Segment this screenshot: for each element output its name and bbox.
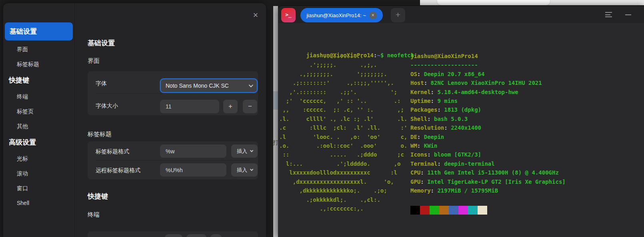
- terminal-tabbar: >_ jiashun@XiaoXinPro14: ~ × +: [278, 6, 644, 23]
- terminal-tab-active[interactable]: jiashun@XiaoXinPro14: ~ ×: [300, 8, 383, 22]
- row-divider: [96, 93, 250, 94]
- background-window-text: 打: [273, 139, 278, 147]
- chevron-down-icon: [249, 83, 253, 87]
- neofetch-info-row: CPU: 11th Gen Intel i5-11300H (8) @ 4.40…: [410, 168, 566, 177]
- sidebar-item-11[interactable]: Shell: [3, 196, 74, 211]
- remote-format-label: 远程标签标题格式: [96, 167, 140, 174]
- desktop: 打 × 基础设置界面标签标题快捷键终端标签页其他高级设置光标滚动窗口Shell …: [0, 0, 644, 237]
- sidebar-item-10[interactable]: 窗口: [3, 181, 74, 196]
- neofetch-info-row: Memory: 2197MiB / 15795MiB: [410, 186, 566, 195]
- palette-swatch-7: [478, 206, 487, 215]
- sidebar-item-5[interactable]: 标签页: [3, 104, 74, 119]
- terminal-window: >_ jiashun@XiaoXinPro14: ~ × + jiashun@X…: [278, 6, 644, 237]
- font-size-decrease-button[interactable]: −: [243, 100, 257, 113]
- terminal-tab-title: jiashun@XiaoXinPro14: ~: [306, 12, 366, 18]
- font-label: 字体: [96, 80, 107, 87]
- chevron-down-icon: [250, 167, 253, 171]
- neofetch-info-row: Terminal: deepin-terminal: [410, 159, 566, 168]
- neofetch-info-row: Packages: 1813 (dpkg): [410, 105, 566, 114]
- prompt-line-2: jiashun@XiaoXinPro14:~$: [279, 235, 388, 237]
- neofetch-info-row: Icons: bloom [GTK2/3]: [410, 150, 566, 159]
- settings-sidebar: 基础设置界面标签标题快捷键终端标签页其他高级设置光标滚动窗口Shell: [3, 22, 74, 211]
- neofetch-info-row: Host: 82NC Lenovo XiaoXinPro 14IHU 2021: [410, 78, 566, 87]
- neofetch-info: jiashun@XiaoXinPro14--------------------…: [410, 52, 566, 195]
- font-family-dropdown[interactable]: Noto Sans Mono CJK SC: [160, 78, 258, 93]
- neofetch-info-row: Resolution: 2240x1400: [410, 123, 566, 132]
- font-size-label: 字体大小: [96, 102, 118, 110]
- sidebar-item-9[interactable]: 滚动: [3, 166, 74, 181]
- sidebar-divider: [74, 3, 75, 237]
- key-chip-shift[interactable]: Shift: [186, 234, 206, 237]
- font-size-value: 11: [166, 103, 172, 110]
- palette-swatch-0: [410, 206, 420, 215]
- neofetch-info-row: DE: Deepin: [410, 133, 566, 141]
- sidebar-item-2[interactable]: 标签标题: [3, 57, 74, 72]
- subsection-tab-title: 标签标题: [88, 131, 112, 138]
- terminal-content[interactable]: jiashun@XiaoXinPro14:~$ neofetch .......…: [278, 23, 644, 237]
- palette-swatch-6: [468, 206, 478, 215]
- insert-button-label: 插入: [237, 167, 247, 174]
- tab-format-value: %w: [166, 148, 175, 155]
- neofetch-info-row: WM: KWin: [410, 141, 566, 150]
- neofetch-underline: --------------------: [410, 60, 566, 69]
- neofetch-info-row: Uptime: 9 mins: [410, 96, 566, 105]
- minimize-icon[interactable]: [625, 14, 631, 15]
- key-chip-ctrl[interactable]: Ctrl: [165, 234, 182, 237]
- remote-format-insert-button[interactable]: 插入: [231, 163, 258, 177]
- neofetch-info-row: GPU: Intel TigerLake-LP GT2 [Iris Xe Gra…: [410, 177, 566, 186]
- tab-close-icon[interactable]: ×: [369, 12, 377, 19]
- font-size-input[interactable]: 11: [160, 100, 219, 113]
- terminal-app-icon: >_: [281, 8, 296, 22]
- neofetch-color-palette: [410, 206, 487, 215]
- neofetch-info-row: Shell: bash 5.0.3: [410, 114, 566, 123]
- close-icon[interactable]: ×: [251, 10, 260, 20]
- palette-swatch-5: [458, 206, 468, 215]
- subsection-interface: 界面: [88, 57, 100, 65]
- font-family-value: Noto Sans Mono CJK SC: [166, 82, 249, 89]
- chevron-down-icon: [250, 149, 253, 152]
- neofetch-info-row: Kernel: 5.18.4-amd64-desktop-hwe: [410, 88, 566, 96]
- row-divider: [96, 160, 250, 161]
- font-size-increase-button[interactable]: +: [223, 100, 238, 113]
- background-search-box-edge: [437, 0, 550, 5]
- menu-icon[interactable]: [605, 12, 612, 17]
- remote-format-input[interactable]: %U%h: [160, 163, 226, 177]
- remote-format-value: %U%h: [166, 167, 183, 173]
- sidebar-item-8[interactable]: 光标: [3, 151, 74, 166]
- palette-swatch-1: [420, 206, 430, 215]
- insert-button-label: 插入: [237, 148, 247, 155]
- sidebar-item-3[interactable]: 快捷键: [3, 72, 74, 89]
- sidebar-item-4[interactable]: 终端: [3, 89, 74, 104]
- section-heading-shortcuts: 快捷键: [88, 192, 108, 201]
- sidebar-item-0[interactable]: 基础设置: [5, 22, 73, 40]
- palette-swatch-4: [449, 206, 458, 215]
- sidebar-item-6[interactable]: 其他: [3, 119, 74, 134]
- background-window-edge: [273, 6, 278, 237]
- neofetch-info-row: OS: Deepin 20.7 x86_64: [410, 70, 566, 78]
- background-window-edge-shade: [273, 91, 278, 110]
- neofetch-ascii-logo: ............ .';;;;;. .,;,. .,;;;;;;;. '…: [279, 52, 407, 213]
- palette-swatch-2: [430, 206, 439, 215]
- palette-swatch-3: [439, 206, 449, 215]
- sidebar-item-1[interactable]: 界面: [3, 42, 74, 57]
- tab-format-insert-button[interactable]: 插入: [231, 145, 258, 158]
- tab-format-label: 标签标题格式: [96, 148, 129, 155]
- subsection-terminal: 终端: [88, 211, 100, 219]
- key-chip-c[interactable]: C: [210, 234, 222, 237]
- sidebar-item-7[interactable]: 高级设置: [3, 134, 74, 151]
- settings-window: × 基础设置界面标签标题快捷键终端标签页其他高级设置光标滚动窗口Shell 基础…: [3, 3, 266, 237]
- section-heading-basic: 基础设置: [88, 38, 115, 48]
- neofetch-title: jiashun@XiaoXinPro14: [410, 52, 566, 60]
- new-tab-button[interactable]: +: [391, 8, 405, 22]
- tab-format-input[interactable]: %w: [160, 145, 226, 158]
